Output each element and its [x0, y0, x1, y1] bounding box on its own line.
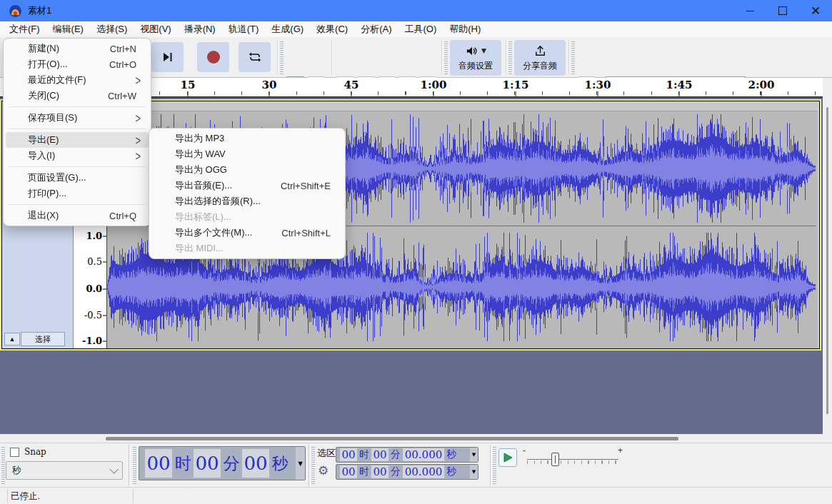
menu-file[interactable]: 文件(F) [3, 21, 46, 37]
track-select-button[interactable]: 选择 [21, 332, 65, 346]
selection-start-time[interactable]: 00 时 00 分 00.000 秒 ▼ [336, 447, 478, 463]
menu-item-save-project[interactable]: 保存项目(S)> [4, 110, 151, 126]
export-submenu: 导出为 MP3 导出为 WAV 导出为 OGG 导出音频(E)...Ctrl+S… [149, 128, 346, 259]
menu-generate[interactable]: 生成(G) [265, 21, 310, 37]
time-format-dropdown[interactable]: ▼ [296, 447, 305, 480]
sel-start-format-dropdown[interactable]: ▼ [470, 448, 478, 462]
selection-settings-gear-icon[interactable]: ⚙ [318, 463, 329, 478]
snap-grabber[interactable] [1, 447, 5, 484]
bottom-toolbar-area: Snap 秒 00 时 00 分 00 秒 ▼ 选区 ⚙ 00 时 00 分 0… [0, 443, 832, 487]
horizontal-scrollbar[interactable] [0, 434, 823, 443]
time-grabber[interactable] [133, 447, 136, 484]
share-upload-icon [533, 44, 547, 58]
meter-grabber[interactable] [571, 41, 575, 74]
toolbar-separator [506, 39, 506, 75]
speed-minus-label: - [523, 445, 526, 455]
menu-separator [9, 106, 145, 107]
time-seconds[interactable]: 00 [242, 449, 269, 478]
sel-start-hours[interactable]: 00 [340, 448, 357, 461]
time-hours[interactable]: 00 [145, 449, 172, 478]
timeline-tick-label: 1:30 [585, 79, 611, 91]
timeline-tick-label: 1:15 [503, 79, 529, 91]
skip-to-end-icon [161, 50, 175, 64]
menu-item-export-selected-audio[interactable]: 导出选择的音频(R)... [149, 193, 345, 209]
menu-analyze[interactable]: 分析(A) [354, 21, 398, 37]
menu-help[interactable]: 帮助(H) [443, 21, 487, 37]
snap-mode-dropdown[interactable]: 秒 [6, 461, 123, 480]
vertical-scrollbar[interactable] [823, 78, 832, 443]
menu-item-export-wav[interactable]: 导出为 WAV [149, 146, 345, 162]
menu-item-export-mp3[interactable]: 导出为 MP3 [149, 131, 345, 146]
menu-tools[interactable]: 工具(O) [398, 21, 443, 37]
sel-start-hours-unit: 时 [357, 448, 371, 461]
speed-plus-label: + [618, 445, 623, 455]
menu-item-export-ogg[interactable]: 导出为 OGG [149, 162, 345, 178]
window-controls: ✕ [733, 0, 832, 21]
time-hours-unit: 时 [172, 453, 194, 475]
status-separator [7, 489, 8, 503]
sel-end-format-dropdown[interactable]: ▼ [470, 465, 478, 479]
speed-grabber[interactable] [493, 447, 496, 484]
sel-start-seconds[interactable]: 00.000 [403, 448, 444, 461]
sel-end-hours[interactable]: 00 [340, 465, 357, 478]
timeline-tick-label: 15 [181, 79, 196, 91]
menu-item-new[interactable]: 新建(N)Ctrl+N [4, 41, 151, 56]
menu-tracks[interactable]: 轨道(T) [222, 21, 266, 37]
chevron-down-icon: ▼ [481, 47, 486, 54]
loop-button[interactable] [239, 42, 271, 72]
menu-item-page-setup[interactable]: 页面设置(G)... [4, 170, 151, 186]
play-at-speed-icon [503, 453, 513, 463]
close-button[interactable]: ✕ [799, 0, 832, 21]
menu-item-export-audio[interactable]: 导出音频(E)...Ctrl+Shift+E [149, 178, 345, 193]
share-audio-label: 分享音频 [523, 60, 557, 72]
timeline-minor-ticks [106, 91, 823, 95]
sel-end-seconds[interactable]: 00.000 [403, 465, 444, 478]
menu-item-export-labels: 导出标签(L)... [149, 209, 345, 225]
selection-grabber[interactable] [311, 447, 315, 484]
menu-transport[interactable]: 播录(N) [178, 21, 222, 37]
audio-setup-grabber[interactable] [444, 41, 448, 74]
timeline-tick-label: 30 [262, 79, 277, 91]
vertical-scrollbar-thumb[interactable] [826, 107, 828, 414]
menu-item-recent-files[interactable]: 最近的文件(F)> [4, 72, 151, 88]
audio-setup-label: 音频设置 [458, 60, 493, 72]
menu-item-open[interactable]: 打开(O)...Ctrl+O [4, 56, 151, 72]
toolbar-separator [277, 39, 278, 75]
chevron-down-icon [109, 465, 119, 474]
menu-item-import[interactable]: 导入(I)> [4, 148, 151, 163]
sel-start-minutes[interactable]: 00 [371, 448, 389, 461]
scale-label: 0.5 [87, 256, 102, 267]
menu-effect[interactable]: 效果(C) [310, 21, 354, 37]
menu-item-print[interactable]: 打印(P)... [4, 186, 151, 201]
sel-end-minutes[interactable]: 00 [371, 465, 389, 478]
menu-item-export-multiple[interactable]: 导出多个文件(M)...Ctrl+Shift+L [149, 225, 345, 241]
selection-end-time[interactable]: 00 时 00 分 00.000 秒 ▼ [336, 464, 478, 480]
menu-item-exit[interactable]: 退出(X)Ctrl+Q [4, 208, 151, 223]
menu-select[interactable]: 选择(S) [90, 21, 134, 37]
menu-view[interactable]: 视图(V) [134, 21, 177, 37]
menu-item-close[interactable]: 关闭(C)Ctrl+W [4, 88, 151, 104]
audacity-window: 素材1 ✕ 文件(F) 编辑(E) 选择(S) 视图(V) 播录(N) 轨道(T… [0, 0, 832, 504]
track-collapse-button[interactable]: ▲ [4, 333, 20, 346]
speed-slider-thumb[interactable] [551, 453, 559, 466]
horizontal-scrollbar-thumb[interactable] [106, 437, 678, 440]
minimize-button[interactable] [733, 0, 766, 21]
share-grabber[interactable] [508, 41, 512, 74]
skip-to-end-button[interactable] [151, 42, 184, 72]
menu-item-export[interactable]: 导出(E)> [6, 132, 149, 148]
menu-edit[interactable]: 编辑(E) [46, 21, 90, 37]
tools-grabber[interactable] [280, 41, 284, 74]
clip-header[interactable] [107, 101, 818, 111]
record-button[interactable] [197, 42, 229, 72]
audio-position-time[interactable]: 00 时 00 分 00 秒 ▼ [139, 446, 306, 480]
time-minutes[interactable]: 00 [194, 449, 221, 478]
sel-start-minutes-unit: 分 [389, 448, 403, 461]
audio-setup-button[interactable]: ▼ 音频设置 [450, 40, 501, 76]
playback-speed-slider[interactable]: - + [523, 445, 623, 470]
record-icon [207, 51, 220, 64]
maximize-button[interactable] [766, 0, 799, 21]
sel-end-minutes-unit: 分 [389, 465, 403, 478]
snap-checkbox[interactable] [10, 448, 19, 457]
play-at-speed-button[interactable] [498, 448, 517, 467]
share-audio-button[interactable]: 分享音频 [514, 40, 566, 76]
